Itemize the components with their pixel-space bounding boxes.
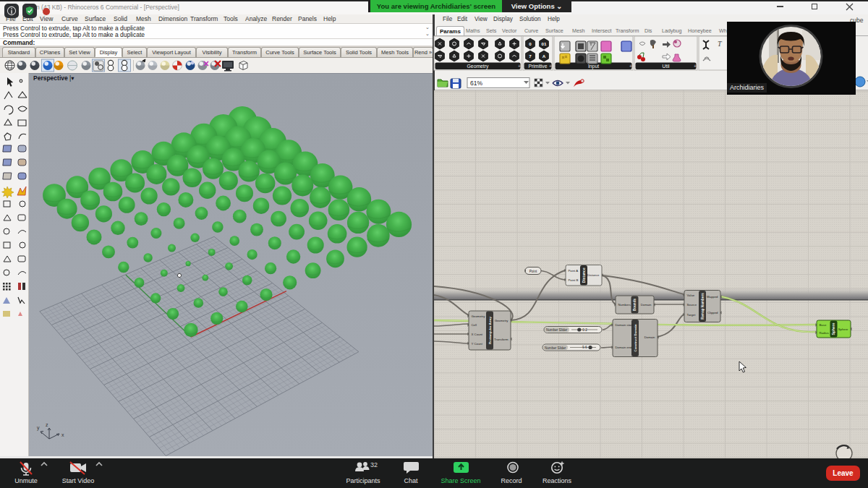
svg-text:Domain: Domain bbox=[644, 335, 655, 339]
svg-text:Sphere: Sphere bbox=[838, 328, 848, 331]
svg-text:Base: Base bbox=[820, 323, 827, 327]
svg-text:Number Slider: Number Slider bbox=[545, 346, 566, 350]
svg-text:Bounds: Bounds bbox=[633, 299, 637, 312]
svg-text:32: 32 bbox=[370, 461, 378, 468]
svg-text:01: 01 bbox=[542, 41, 547, 46]
svg-text:Distance: Distance bbox=[587, 273, 600, 277]
svg-text:Remap Numbers: Remap Numbers bbox=[701, 293, 705, 320]
svg-text:0: 0 bbox=[529, 41, 532, 46]
svg-text:Target: Target bbox=[687, 313, 697, 317]
svg-text:y: y bbox=[37, 425, 40, 431]
svg-text:Domain start: Domain start bbox=[616, 323, 634, 327]
svg-text:Geometry: Geometry bbox=[472, 314, 486, 318]
svg-text:Domain: Domain bbox=[641, 303, 652, 307]
svg-text:Geometry: Geometry bbox=[467, 64, 489, 69]
svg-text:+: + bbox=[629, 64, 632, 69]
svg-text:X Count: X Count bbox=[472, 333, 483, 336]
svg-text:Util: Util bbox=[663, 64, 670, 69]
svg-text:Sphere: Sphere bbox=[831, 322, 835, 335]
svg-text:7: 7 bbox=[529, 53, 532, 59]
svg-text:Point B: Point B bbox=[569, 278, 579, 282]
svg-text:+: + bbox=[694, 64, 697, 69]
svg-text:+: + bbox=[518, 64, 521, 69]
svg-text:Cell: Cell bbox=[472, 323, 477, 327]
svg-text:Source: Source bbox=[687, 303, 697, 307]
svg-text:Domain end: Domain end bbox=[616, 346, 633, 349]
svg-text:Radius: Radius bbox=[820, 331, 829, 335]
svg-text:Rectangular Array: Rectangular Array bbox=[488, 316, 492, 343]
svg-text:Point A: Point A bbox=[569, 269, 579, 273]
svg-text:+: + bbox=[549, 64, 552, 69]
svg-text:x: x bbox=[61, 432, 64, 437]
svg-text:Transform: Transform bbox=[494, 338, 509, 341]
svg-text:Point: Point bbox=[529, 270, 537, 273]
svg-text:Number Slider: Number Slider bbox=[546, 328, 568, 332]
svg-text:0.2: 0.2 bbox=[582, 328, 587, 332]
svg-text:Geometry: Geometry bbox=[495, 319, 509, 322]
svg-text:Input: Input bbox=[588, 64, 599, 69]
svg-text:Distance: Distance bbox=[582, 267, 586, 283]
svg-text:Y Count: Y Count bbox=[472, 342, 483, 346]
svg-text:9.6: 9.6 bbox=[582, 346, 587, 349]
svg-text:z: z bbox=[46, 422, 48, 427]
svg-text:Construct Domain: Construct Domain bbox=[634, 324, 637, 351]
svg-text:A: A bbox=[542, 53, 546, 59]
svg-text:61%: 61% bbox=[470, 80, 482, 87]
svg-text:Numbers: Numbers bbox=[618, 303, 631, 307]
svg-text:Mapped: Mapped bbox=[707, 295, 718, 299]
svg-text:Clipped: Clipped bbox=[707, 311, 718, 314]
svg-text:Primitive: Primitive bbox=[528, 64, 547, 69]
svg-text:Value: Value bbox=[687, 294, 695, 297]
